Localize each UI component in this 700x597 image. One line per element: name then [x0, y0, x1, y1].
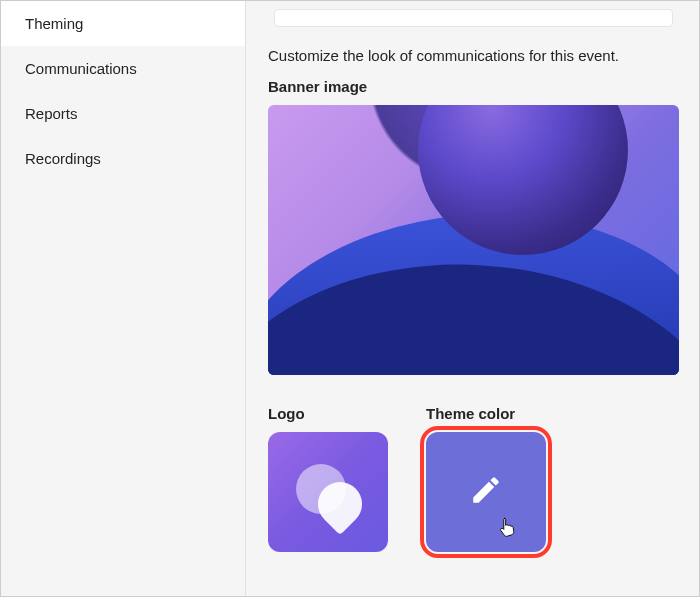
main-panel: Customize the look of communications for… — [246, 1, 699, 596]
logo-tile[interactable] — [268, 432, 388, 552]
settings-layout: Theming Communications Reports Recording… — [1, 1, 699, 596]
sidebar-item-theming[interactable]: Theming — [1, 1, 245, 46]
theme-color-column: Theme color — [426, 405, 546, 552]
logo-title: Logo — [268, 405, 388, 422]
banner-image-preview[interactable] — [268, 105, 679, 375]
sidebar-item-label: Theming — [25, 15, 83, 32]
pencil-icon — [469, 473, 503, 511]
collapsed-card — [274, 9, 673, 27]
sidebar-item-label: Reports — [25, 105, 78, 122]
banner-image-title: Banner image — [268, 78, 679, 95]
sidebar-item-label: Communications — [25, 60, 137, 77]
theming-description: Customize the look of communications for… — [268, 47, 679, 64]
sidebar: Theming Communications Reports Recording… — [1, 1, 246, 596]
theme-color-wrap — [426, 432, 546, 552]
sidebar-item-recordings[interactable]: Recordings — [1, 136, 245, 181]
tiles-row: Logo Theme color — [268, 405, 679, 552]
sidebar-item-label: Recordings — [25, 150, 101, 167]
theme-color-tile[interactable] — [426, 432, 546, 552]
theme-color-title: Theme color — [426, 405, 546, 422]
logo-column: Logo — [268, 405, 388, 552]
sidebar-item-communications[interactable]: Communications — [1, 46, 245, 91]
pointer-cursor-icon — [496, 516, 518, 538]
sidebar-item-reports[interactable]: Reports — [1, 91, 245, 136]
